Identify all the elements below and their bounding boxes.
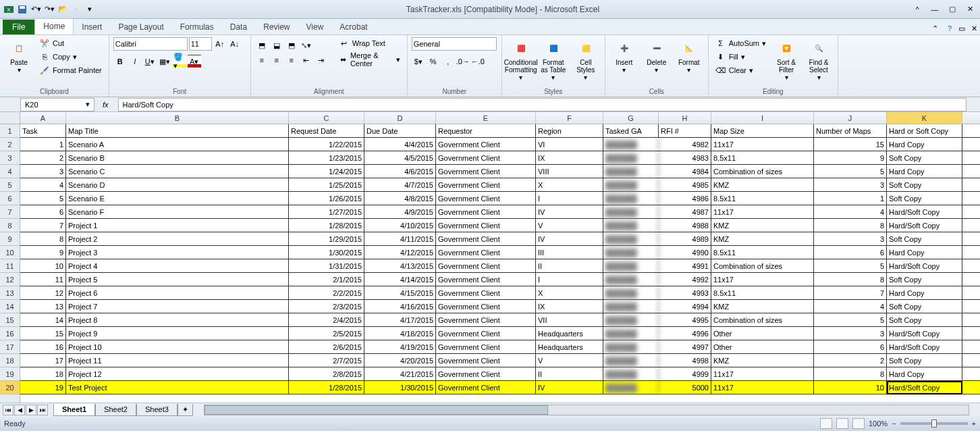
header-cell[interactable]: Requestor [436,124,536,137]
row-header-15[interactable]: 15 [0,313,20,327]
cell[interactable]: IV [536,205,603,218]
cell[interactable]: Soft Copy [887,273,962,286]
cell[interactable]: 2/1/2015 [289,273,364,286]
redo-icon[interactable]: ↷▾ [43,3,55,16]
cell[interactable]: 8 [20,232,66,245]
fill-button[interactable]: ⬇Fill ▾ [713,51,769,63]
cell[interactable]: 8 [814,367,887,380]
cell[interactable]: 16 [20,340,66,353]
col-header-I[interactable]: I [711,112,814,124]
cell[interactable]: Hard Copy [887,138,962,151]
cell[interactable]: Scenario F [66,205,289,218]
cell[interactable]: 15 [814,138,887,151]
col-header-D[interactable]: D [364,112,436,124]
header-cell[interactable]: Region [536,124,603,137]
cell[interactable]: Hard/Soft Copy [887,340,962,353]
cell[interactable]: Scenario B [66,151,289,164]
cell[interactable]: Scenario A [66,138,289,151]
cell[interactable]: Soft Copy [887,354,962,367]
col-header-B[interactable]: B [66,112,289,124]
cell[interactable]: 4/6/2015 [364,165,436,178]
cell[interactable]: 12 [20,286,66,299]
cells-area[interactable]: TaskMap TitleRequest DateDue DateRequest… [20,124,980,403]
cell[interactable]: Government Client [436,219,536,232]
cell[interactable]: 2/6/2015 [289,340,364,353]
qat-dropdown-icon[interactable]: ▾ [84,3,96,16]
increase-indent-button[interactable]: ⇥ [315,53,328,67]
col-header-K[interactable]: K [887,112,962,124]
col-header-A[interactable]: A [20,112,66,124]
normal-view-button[interactable] [820,418,832,429]
cell[interactable]: 3 [20,165,66,178]
row-header-18[interactable]: 18 [0,354,20,367]
row-header-13[interactable]: 13 [0,286,20,300]
cell[interactable]: Project 8 [66,313,289,326]
cell[interactable]: 10 [814,381,887,394]
cell[interactable]: 1/27/2015 [289,205,364,218]
cell[interactable]: 4990 [659,246,711,259]
cell[interactable]: 7 [814,286,887,299]
wrap-text-button[interactable]: ↩Wrap Text [336,37,403,49]
cell[interactable]: 4/21/2015 [364,367,436,380]
row-header-5[interactable]: 5 [0,178,20,192]
cell[interactable]: 1/31/2015 [289,259,364,272]
cell[interactable]: VI [536,138,603,151]
cell[interactable]: 4999 [659,367,711,380]
cell[interactable]: Government Client [436,151,536,164]
paste-button[interactable]: 📋Paste▾ [4,37,34,74]
zoom-out-button[interactable]: − [892,419,896,428]
cell[interactable]: 4982 [659,138,711,151]
header-cell[interactable]: Map Size [711,124,814,137]
row-header-16[interactable]: 16 [0,327,20,340]
cell[interactable]: Scenario E [66,192,289,205]
cell[interactable]: Hard/Soft Copy [887,219,962,232]
cell[interactable]: Government Client [436,192,536,205]
cell[interactable]: 9 [814,151,887,164]
cell[interactable]: Government Client [436,327,536,340]
cell[interactable]: 4/17/2015 [364,313,436,326]
font-color-button[interactable]: A▾ [188,55,201,68]
cut-button[interactable]: ✂️Cut [36,37,105,49]
cell[interactable]: 1/28/2015 [289,219,364,232]
cell[interactable]: Government Client [436,232,536,245]
find-select-button[interactable]: 🔍Find & Select▾ [804,37,834,81]
header-cell[interactable]: Task [20,124,66,137]
row-header-19[interactable]: 19 [0,367,20,381]
cell[interactable]: ██████ [603,273,659,286]
maximize-icon[interactable]: ▢ [945,3,960,16]
cell[interactable]: 11x17 [711,273,814,286]
header-cell[interactable]: Number of Maps [814,124,887,137]
conditional-formatting-button[interactable]: 🟥Conditional Formatting▾ [506,37,536,81]
row-header-6[interactable]: 6 [0,192,20,205]
sheet-tab-2[interactable]: Sheet2 [95,404,136,416]
cell[interactable]: ██████ [603,286,659,299]
cell[interactable]: ██████ [603,138,659,151]
cell[interactable]: 4 [20,178,66,191]
cell[interactable]: Government Client [436,205,536,218]
cell[interactable]: Hard Copy [887,286,962,299]
tab-file[interactable]: File [3,20,34,34]
align-center-button[interactable]: ≡ [270,53,283,67]
cell[interactable]: Project 4 [66,259,289,272]
new-sheet-button[interactable]: ✦ [178,404,193,416]
cell[interactable]: Government Client [436,178,536,191]
cell[interactable]: 4/20/2015 [364,354,436,367]
formula-bar[interactable]: Hard/Soft Copy [118,98,967,111]
comma-format-button[interactable]: , [441,55,455,68]
cell[interactable]: Government Client [436,313,536,326]
font-size-combo[interactable] [189,37,212,51]
cell[interactable]: II [536,367,603,380]
cell[interactable]: 4996 [659,327,711,340]
cell[interactable]: Soft Copy [887,313,962,326]
row-header-9[interactable]: 9 [0,232,20,246]
cell[interactable]: 4984 [659,165,711,178]
select-all-button[interactable] [0,112,20,124]
cell[interactable]: ██████ [603,381,659,394]
cell[interactable]: 7 [20,219,66,232]
cell[interactable]: ██████ [603,219,659,232]
cell[interactable]: 1/28/2015 [289,381,364,394]
cell[interactable]: Project 6 [66,286,289,299]
cell[interactable]: 4/9/2015 [364,205,436,218]
cell[interactable]: Hard/Soft Copy [887,381,962,394]
tab-page-layout[interactable]: Page Layout [110,20,171,34]
